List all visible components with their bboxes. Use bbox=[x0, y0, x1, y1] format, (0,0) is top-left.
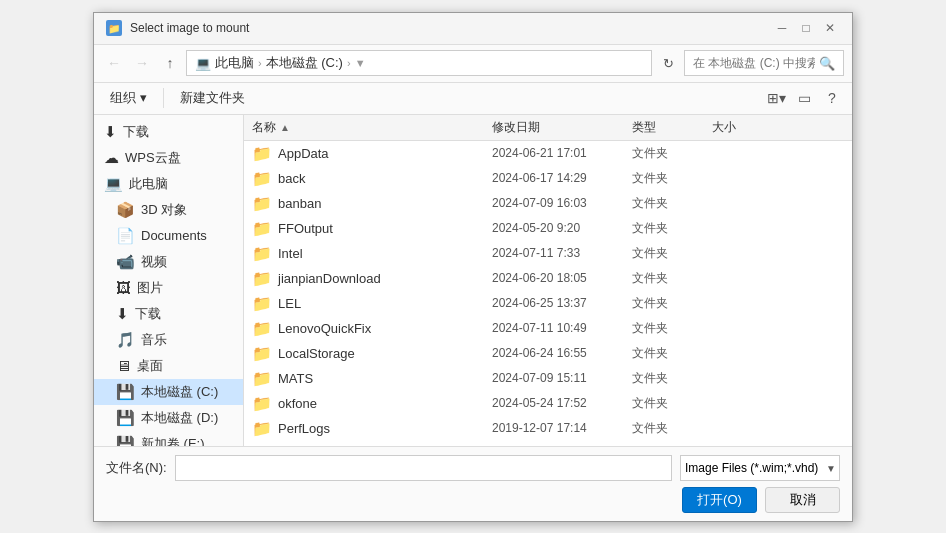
file-type-cell: 文件夹 bbox=[632, 320, 712, 337]
sidebar-icon-pictures: 🖼 bbox=[116, 279, 131, 296]
sidebar-item-desktop[interactable]: 🖥桌面 bbox=[94, 353, 243, 379]
folder-icon: 📁 bbox=[252, 419, 272, 438]
maximize-button[interactable]: □ bbox=[796, 18, 816, 38]
file-name-text: AppData bbox=[278, 146, 329, 161]
filename-label: 文件名(N): bbox=[106, 459, 167, 477]
new-folder-button[interactable]: 新建文件夹 bbox=[172, 86, 253, 110]
sidebar-icon-this-pc: 💻 bbox=[104, 175, 123, 193]
sidebar-item-3d-objects[interactable]: 📦3D 对象 bbox=[94, 197, 243, 223]
file-type-cell: 文件夹 bbox=[632, 245, 712, 262]
search-input[interactable] bbox=[693, 56, 815, 70]
table-row[interactable]: 📁 jianpianDownload 2024-06-20 18:05 文件夹 bbox=[244, 266, 852, 291]
file-type-cell: 文件夹 bbox=[632, 270, 712, 287]
forward-button[interactable]: → bbox=[130, 51, 154, 75]
file-date-cell: 2024-06-20 18:05 bbox=[492, 271, 632, 285]
file-name-text: Intel bbox=[278, 246, 303, 261]
column-size[interactable]: 大小 bbox=[712, 119, 792, 136]
table-row[interactable]: 📁 AppData 2024-06-21 17:01 文件夹 bbox=[244, 141, 852, 166]
folder-icon: 📁 bbox=[252, 319, 272, 338]
file-name-text: LenovoQuickFix bbox=[278, 321, 371, 336]
help-button[interactable]: ? bbox=[820, 86, 844, 110]
cancel-button[interactable]: 取消 bbox=[765, 487, 840, 513]
folder-icon: 📁 bbox=[252, 144, 272, 163]
filename-row: 文件名(N): Image Files (*.wim;*.vhd) ▼ bbox=[106, 455, 840, 481]
table-row[interactable]: 📁 PerfLogs 2019-12-07 17:14 文件夹 bbox=[244, 416, 852, 441]
column-name[interactable]: 名称 ▲ bbox=[252, 119, 492, 136]
sidebar-item-local-c[interactable]: 💾本地磁盘 (C:) bbox=[94, 379, 243, 405]
sidebar-item-wps-cloud[interactable]: ☁WPS云盘 bbox=[94, 145, 243, 171]
filetype-select[interactable]: Image Files (*.wim;*.vhd) bbox=[680, 455, 840, 481]
folder-icon: 📁 bbox=[252, 294, 272, 313]
address-bar: ← → ↑ 💻 此电脑 › 本地磁盘 (C:) › ▼ ↻ 🔍 bbox=[94, 45, 852, 83]
sidebar-item-local-d[interactable]: 💾本地磁盘 (D:) bbox=[94, 405, 243, 431]
table-row[interactable]: 📁 LocalStorage 2024-06-24 16:55 文件夹 bbox=[244, 341, 852, 366]
folder-icon: 📁 bbox=[252, 194, 272, 213]
sidebar-icon-local-d: 💾 bbox=[116, 409, 135, 427]
column-type[interactable]: 类型 bbox=[632, 119, 712, 136]
view-details-button[interactable]: ⊞▾ bbox=[764, 86, 788, 110]
column-date[interactable]: 修改日期 bbox=[492, 119, 632, 136]
sidebar-label-new-vol-e: 新加卷 (E:) bbox=[141, 435, 205, 446]
title-bar: 📁 Select image to mount ─ □ ✕ bbox=[94, 13, 852, 45]
file-date-cell: 2024-05-24 17:52 bbox=[492, 396, 632, 410]
file-type-cell: 文件夹 bbox=[632, 395, 712, 412]
file-list-header: 名称 ▲ 修改日期 类型 大小 bbox=[244, 115, 852, 141]
folder-icon: 📁 bbox=[252, 169, 272, 188]
breadcrumb[interactable]: 💻 此电脑 › 本地磁盘 (C:) › ▼ bbox=[186, 50, 652, 76]
table-row[interactable]: 📁 LEL 2024-06-25 13:37 文件夹 bbox=[244, 291, 852, 316]
sidebar-item-pictures[interactable]: 🖼图片 bbox=[94, 275, 243, 301]
filetype-select-wrapper[interactable]: Image Files (*.wim;*.vhd) ▼ bbox=[680, 455, 840, 481]
file-date-cell: 2024-07-11 10:49 bbox=[492, 321, 632, 335]
organize-button[interactable]: 组织 ▾ bbox=[102, 86, 155, 110]
file-name-text: banban bbox=[278, 196, 321, 211]
breadcrumb-local-c[interactable]: 本地磁盘 (C:) bbox=[266, 54, 343, 72]
table-row[interactable]: 📁 back 2024-06-17 14:29 文件夹 bbox=[244, 166, 852, 191]
sidebar-item-new-vol-e[interactable]: 💾新加卷 (E:) bbox=[94, 431, 243, 446]
open-button[interactable]: 打开(O) bbox=[682, 487, 757, 513]
folder-icon: 📁 bbox=[252, 219, 272, 238]
back-button[interactable]: ← bbox=[102, 51, 126, 75]
sidebar-item-this-pc[interactable]: 💻此电脑 bbox=[94, 171, 243, 197]
file-name-text: back bbox=[278, 171, 305, 186]
file-name-cell: 📁 back bbox=[252, 169, 492, 188]
sidebar: ⬇下载☁WPS云盘💻此电脑📦3D 对象📄Documents📹视频🖼图片⬇下载🎵音… bbox=[94, 115, 244, 446]
sidebar-item-documents[interactable]: 📄Documents bbox=[94, 223, 243, 249]
sidebar-item-video[interactable]: 📹视频 bbox=[94, 249, 243, 275]
breadcrumb-root-icon: 💻 bbox=[195, 56, 211, 71]
dialog-title: Select image to mount bbox=[130, 21, 249, 35]
filename-input[interactable] bbox=[175, 455, 672, 481]
table-row[interactable]: 📁 FFOutput 2024-05-20 9:20 文件夹 bbox=[244, 216, 852, 241]
file-date-cell: 2024-06-21 17:01 bbox=[492, 146, 632, 160]
sidebar-icon-local-c: 💾 bbox=[116, 383, 135, 401]
preview-pane-button[interactable]: ▭ bbox=[792, 86, 816, 110]
sidebar-icon-3d-objects: 📦 bbox=[116, 201, 135, 219]
file-name-text: MATS bbox=[278, 371, 313, 386]
table-row[interactable]: 📁 MATS 2024-07-09 15:11 文件夹 bbox=[244, 366, 852, 391]
sidebar-item-music[interactable]: 🎵音乐 bbox=[94, 327, 243, 353]
minimize-button[interactable]: ─ bbox=[772, 18, 792, 38]
file-name-cell: 📁 jianpianDownload bbox=[252, 269, 492, 288]
folder-icon: 📁 bbox=[252, 394, 272, 413]
sidebar-label-3d-objects: 3D 对象 bbox=[141, 201, 187, 219]
file-type-cell: 文件夹 bbox=[632, 195, 712, 212]
sidebar-icon-download1: ⬇ bbox=[104, 123, 117, 141]
sidebar-label-this-pc: 此电脑 bbox=[129, 175, 168, 193]
folder-icon: 📁 bbox=[252, 369, 272, 388]
up-button[interactable]: ↑ bbox=[158, 51, 182, 75]
table-row[interactable]: 📁 okfone 2024-05-24 17:52 文件夹 bbox=[244, 391, 852, 416]
toolbar-separator bbox=[163, 88, 164, 108]
close-button[interactable]: ✕ bbox=[820, 18, 840, 38]
file-date-cell: 2024-07-09 16:03 bbox=[492, 196, 632, 210]
sidebar-item-download1[interactable]: ⬇下载 bbox=[94, 119, 243, 145]
sidebar-label-music: 音乐 bbox=[141, 331, 167, 349]
table-row[interactable]: 📁 LenovoQuickFix 2024-07-11 10:49 文件夹 bbox=[244, 316, 852, 341]
search-box[interactable]: 🔍 bbox=[684, 50, 844, 76]
sidebar-icon-downloads: ⬇ bbox=[116, 305, 129, 323]
dialog-icon: 📁 bbox=[106, 20, 122, 36]
sidebar-item-downloads[interactable]: ⬇下载 bbox=[94, 301, 243, 327]
table-row[interactable]: 📁 Intel 2024-07-11 7:33 文件夹 bbox=[244, 241, 852, 266]
refresh-button[interactable]: ↻ bbox=[656, 51, 680, 75]
folder-icon: 📁 bbox=[252, 269, 272, 288]
breadcrumb-this-pc[interactable]: 此电脑 bbox=[215, 54, 254, 72]
table-row[interactable]: 📁 banban 2024-07-09 16:03 文件夹 bbox=[244, 191, 852, 216]
